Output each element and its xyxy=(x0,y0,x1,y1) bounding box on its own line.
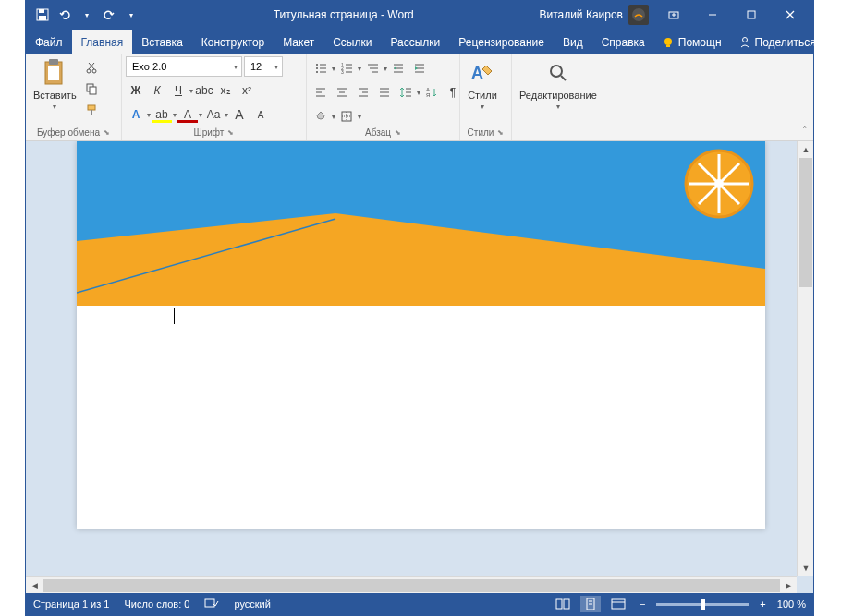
change-case-dropdown-icon[interactable]: ▾ xyxy=(225,111,228,119)
scroll-left-icon[interactable]: ◀ xyxy=(26,577,43,594)
hscroll-thumb[interactable] xyxy=(43,579,780,592)
close-button[interactable] xyxy=(771,1,810,29)
vscroll-thumb[interactable] xyxy=(799,158,812,287)
numbering-button[interactable]: 123 xyxy=(336,58,357,79)
tab-home[interactable]: Главная xyxy=(72,30,133,54)
word-count-status[interactable]: Число слов: 0 xyxy=(124,598,189,610)
justify-button[interactable] xyxy=(374,82,395,103)
copy-icon[interactable] xyxy=(82,79,101,98)
underline-button[interactable]: Ч xyxy=(168,80,189,101)
editing-button[interactable]: Редактирование ▾ xyxy=(516,56,601,113)
hscroll-track[interactable] xyxy=(43,577,780,594)
paragraph-dialog-launcher-icon[interactable]: ⬊ xyxy=(395,128,401,137)
clipboard-dialog-launcher-icon[interactable]: ⬊ xyxy=(104,128,110,137)
user-avatar[interactable] xyxy=(628,5,649,25)
highlight-button[interactable]: ab xyxy=(152,104,172,125)
tab-mailings[interactable]: Рассылки xyxy=(381,30,449,54)
scroll-down-icon[interactable]: ▼ xyxy=(798,560,813,576)
zoom-in-button[interactable]: + xyxy=(756,598,769,610)
zoom-out-button[interactable]: − xyxy=(636,598,649,610)
shading-dropdown-icon[interactable]: ▾ xyxy=(332,113,335,121)
paste-button[interactable]: Вставить ▾ xyxy=(30,56,80,113)
grow-font-button[interactable]: A xyxy=(229,104,250,125)
styles-dialog-launcher-icon[interactable]: ⬊ xyxy=(497,128,504,137)
tell-me-button[interactable]: Помощн xyxy=(654,30,729,54)
spellcheck-icon[interactable] xyxy=(204,597,219,611)
scroll-up-icon[interactable]: ▲ xyxy=(798,141,813,158)
align-left-button[interactable] xyxy=(311,82,331,103)
zoom-slider-thumb[interactable] xyxy=(701,599,705,610)
multilevel-list-button[interactable] xyxy=(362,58,383,79)
underline-dropdown-icon[interactable]: ▾ xyxy=(189,87,193,95)
vscroll-track[interactable] xyxy=(798,158,813,560)
highlight-dropdown-icon[interactable]: ▾ xyxy=(173,111,177,119)
bullets-button[interactable] xyxy=(311,58,331,79)
group-editing: Редактирование ▾ xyxy=(512,54,614,140)
svg-marker-67 xyxy=(77,213,765,306)
italic-button[interactable]: К xyxy=(147,80,167,101)
numbering-dropdown-icon[interactable]: ▾ xyxy=(358,65,361,73)
scroll-right-icon[interactable]: ▶ xyxy=(780,577,797,594)
language-status[interactable]: русский xyxy=(234,598,270,610)
titlebar-right: Виталий Каиров xyxy=(539,1,813,29)
styles-button[interactable]: A Стили ▾ xyxy=(464,56,501,113)
font-name-combo[interactable]: Exo 2.0 ▾ xyxy=(126,56,242,77)
qat-dropdown-icon[interactable]: ▾ xyxy=(79,7,94,22)
tab-layout[interactable]: Макет xyxy=(274,30,323,54)
shading-button[interactable] xyxy=(311,106,331,127)
text-effects-dropdown-icon[interactable]: ▾ xyxy=(147,111,151,119)
font-color-button[interactable]: A xyxy=(177,104,198,125)
ribbon-display-options-icon[interactable] xyxy=(654,1,693,29)
strikethrough-button[interactable]: abc xyxy=(194,80,214,101)
bold-button[interactable]: Ж xyxy=(126,80,146,101)
sort-button[interactable]: AЯ xyxy=(421,82,442,103)
web-layout-icon[interactable] xyxy=(608,596,628,612)
font-dialog-launcher-icon[interactable]: ⬊ xyxy=(227,128,234,137)
redo-icon[interactable] xyxy=(102,7,116,22)
bullets-dropdown-icon[interactable]: ▾ xyxy=(332,65,335,73)
undo-icon[interactable] xyxy=(57,7,72,22)
decrease-indent-button[interactable] xyxy=(388,58,408,79)
read-mode-icon[interactable] xyxy=(553,596,573,612)
shrink-font-button[interactable]: A xyxy=(250,104,271,125)
zoom-slider[interactable] xyxy=(656,603,749,606)
print-layout-icon[interactable] xyxy=(580,596,601,612)
maximize-button[interactable] xyxy=(732,1,771,29)
tab-review[interactable]: Рецензирование xyxy=(449,30,554,54)
tab-file[interactable]: Файл xyxy=(26,30,72,54)
page-number-status[interactable]: Страница 1 из 1 xyxy=(33,598,109,610)
minimize-button[interactable] xyxy=(693,1,732,29)
align-center-button[interactable] xyxy=(332,82,352,103)
user-name[interactable]: Виталий Каиров xyxy=(539,8,623,21)
vertical-scrollbar[interactable]: ▲ ▼ xyxy=(797,141,813,576)
borders-button[interactable] xyxy=(336,106,357,127)
cut-icon[interactable] xyxy=(82,58,101,77)
customize-qat-icon[interactable]: ▾ xyxy=(124,7,139,22)
line-spacing-button[interactable] xyxy=(396,82,416,103)
svg-rect-85 xyxy=(612,599,625,609)
superscript-button[interactable]: x² xyxy=(237,80,257,101)
align-right-button[interactable] xyxy=(353,82,373,103)
text-effects-button[interactable]: A xyxy=(126,104,146,125)
tab-view[interactable]: Вид xyxy=(554,30,592,54)
line-spacing-dropdown-icon[interactable]: ▾ xyxy=(417,89,420,97)
subscript-button[interactable]: x₂ xyxy=(215,80,236,101)
change-case-button[interactable]: Aa xyxy=(203,104,224,125)
cover-page-shape xyxy=(77,213,765,306)
zoom-level-status[interactable]: 100 % xyxy=(777,598,806,610)
tab-design[interactable]: Конструктор xyxy=(192,30,274,54)
save-icon[interactable] xyxy=(35,7,50,22)
tab-references[interactable]: Ссылки xyxy=(323,30,381,54)
document-page[interactable] xyxy=(77,141,765,529)
borders-dropdown-icon[interactable]: ▾ xyxy=(358,113,361,121)
share-button[interactable]: Поделиться xyxy=(731,30,823,54)
horizontal-scrollbar[interactable]: ◀ ▶ xyxy=(26,576,797,593)
collapse-ribbon-icon[interactable]: ˄ xyxy=(802,125,808,137)
tab-insert[interactable]: Вставка xyxy=(132,30,192,54)
font-size-combo[interactable]: 12 ▾ xyxy=(244,56,283,77)
format-painter-icon[interactable] xyxy=(82,101,101,119)
multilevel-dropdown-icon[interactable]: ▾ xyxy=(384,65,387,73)
increase-indent-button[interactable] xyxy=(409,58,430,79)
font-color-dropdown-icon[interactable]: ▾ xyxy=(199,111,202,119)
tab-help[interactable]: Справка xyxy=(592,30,654,54)
